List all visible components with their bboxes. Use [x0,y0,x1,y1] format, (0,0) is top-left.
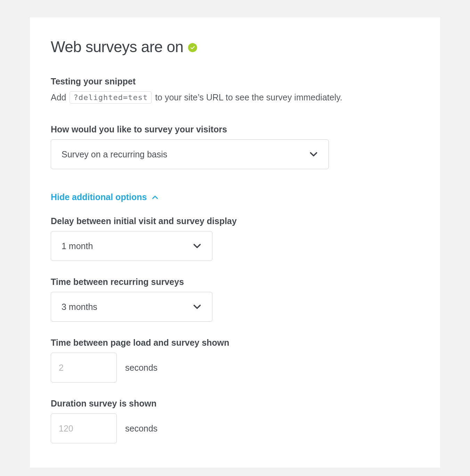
duration-shown-unit: seconds [125,424,157,434]
chevron-down-icon [193,302,202,311]
survey-mode-value: Survey on a recurring basis [62,149,167,159]
testing-pre-text: Add [51,92,66,102]
chevron-up-icon [152,194,159,201]
page-load-delay-label: Time between page load and survey shown [51,338,419,348]
hide-additional-options-toggle[interactable]: Hide additional options [51,192,159,202]
delay-initial-value: 1 month [62,241,93,251]
survey-mode-select[interactable]: Survey on a recurring basis [51,139,329,169]
page-load-delay-input[interactable] [51,353,117,383]
survey-mode-label: How would you like to survey your visito… [51,124,419,134]
toggle-label: Hide additional options [51,192,147,202]
recurring-interval-select[interactable]: 3 months [51,292,212,322]
chevron-down-icon [309,150,318,159]
duration-shown-input[interactable] [51,413,117,443]
delay-initial-select[interactable]: 1 month [51,231,212,261]
testing-snippet-code: ?delighted=test [70,91,152,104]
recurring-interval-label: Time between recurring surveys [51,277,419,287]
testing-snippet-line: Add ?delighted=test to your site’s URL t… [51,91,419,104]
page-title: Web surveys are on [51,38,183,56]
status-on-icon [188,43,197,52]
delay-initial-label: Delay between initial visit and survey d… [51,216,419,226]
settings-card: Web surveys are on Testing your snippet … [30,17,440,468]
testing-snippet-label: Testing your snippet [51,76,419,87]
duration-shown-label: Duration survey is shown [51,399,419,409]
chevron-down-icon [193,241,202,251]
testing-post-text: to your site’s URL to see the survey imm… [155,92,342,102]
page-load-delay-unit: seconds [125,363,157,373]
recurring-interval-value: 3 months [62,302,97,312]
